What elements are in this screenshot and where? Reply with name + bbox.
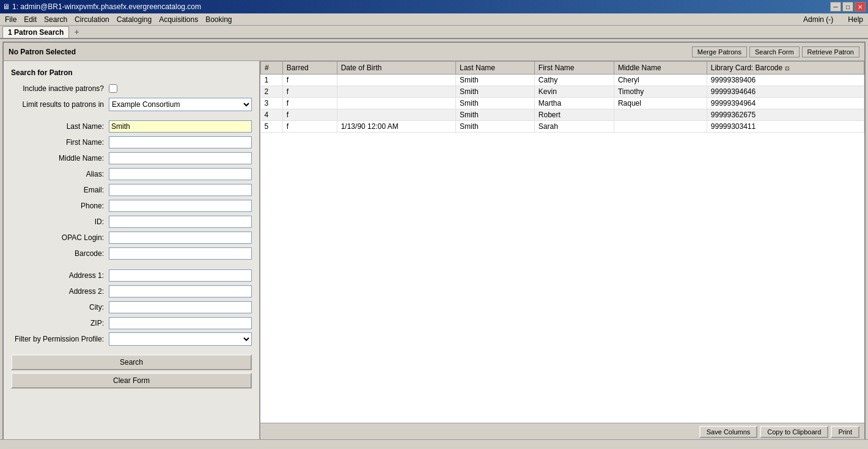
search-form-title: Search for Patron <box>11 68 252 77</box>
opac-login-input[interactable] <box>109 232 252 244</box>
middle-name-row: Middle Name: <box>11 151 252 165</box>
id-input[interactable] <box>109 216 252 228</box>
email-input[interactable] <box>109 184 252 196</box>
zip-label: ZIP: <box>11 319 109 327</box>
email-label: Email: <box>11 186 109 194</box>
menu-edit[interactable]: Edit <box>20 15 40 24</box>
phone-input[interactable] <box>109 200 252 212</box>
menu-search[interactable]: Search <box>40 15 71 24</box>
menu-booking[interactable]: Booking <box>202 15 235 24</box>
cell-first_name: Cathy <box>534 75 614 86</box>
results-footer: Save Columns Copy to Clipboard Print <box>260 423 864 440</box>
tab-add-button[interactable]: + <box>70 26 83 38</box>
status-bar <box>0 439 868 444</box>
print-button[interactable]: Print <box>831 426 859 438</box>
include-inactive-checkbox[interactable] <box>109 84 117 93</box>
address1-input[interactable] <box>109 269 252 282</box>
retrieve-patron-button[interactable]: Retrieve Patron <box>802 46 859 57</box>
col-barred[interactable]: Barred <box>282 62 337 75</box>
phone-row: Phone: <box>11 199 252 213</box>
results-table: # Barred Date of Birth Last Name First N… <box>260 61 864 133</box>
clear-form-button[interactable]: Clear Form <box>11 373 252 389</box>
filter-permission-select[interactable] <box>109 332 252 346</box>
last-name-input[interactable] <box>109 120 252 133</box>
zip-row: ZIP: <box>11 316 252 330</box>
cell-barcode: 99999394964 <box>707 98 864 109</box>
cell-dob <box>337 109 455 121</box>
maximize-button[interactable]: □ <box>842 2 853 12</box>
menu-cataloging[interactable]: Cataloging <box>113 15 155 24</box>
minimize-button[interactable]: ─ <box>830 2 841 12</box>
window-actions: Merge Patrons Search Form Retrieve Patro… <box>692 46 859 57</box>
id-label: ID: <box>11 217 109 226</box>
middle-name-label: Middle Name: <box>11 154 109 162</box>
merge-patrons-button[interactable]: Merge Patrons <box>692 46 747 57</box>
copy-to-clipboard-button[interactable]: Copy to Clipboard <box>760 426 828 438</box>
cell-first_name: Martha <box>534 98 614 109</box>
cell-first_name: Robert <box>534 109 614 121</box>
col-last-name[interactable]: Last Name <box>455 62 534 75</box>
cell-barcode: 99999394646 <box>707 86 864 98</box>
title-bar-controls: ─ □ ✕ <box>830 2 866 12</box>
menu-file[interactable]: File <box>1 15 20 24</box>
col-barcode[interactable]: Library Card: Barcode ⊡ <box>707 62 864 75</box>
include-inactive-label: Include inactive patrons? <box>11 84 109 93</box>
alias-label: Alias: <box>11 170 109 178</box>
col-first-name[interactable]: First Name <box>534 62 614 75</box>
alias-input[interactable] <box>109 168 252 180</box>
cell-num: 1 <box>261 75 283 86</box>
table-row[interactable]: 2fSmithKevinTimothy99999394646 <box>261 86 864 98</box>
table-row[interactable]: 1fSmithCathyCheryl99999389406 <box>261 75 864 86</box>
filter-permission-row: Filter by Permission Profile: <box>11 332 252 346</box>
middle-name-input[interactable] <box>109 152 252 164</box>
cell-dob <box>337 98 455 109</box>
table-row[interactable]: 3fSmithMarthaRaquel99999394964 <box>261 98 864 109</box>
col-middle-name[interactable]: Middle Name <box>614 62 707 75</box>
include-inactive-row: Include inactive patrons? <box>11 82 252 95</box>
limit-results-select[interactable]: Example Consortium <box>109 98 252 111</box>
search-form-button[interactable]: Search Form <box>749 46 800 57</box>
tab-patron-search[interactable]: 1 Patron Search <box>2 26 69 38</box>
cell-barcode: 99999362675 <box>707 109 864 121</box>
alias-row: Alias: <box>11 167 252 181</box>
title-bar-title: 🖥 1: admin@BR1-winxpvmfx.phasefx.evergre… <box>2 2 201 11</box>
tab-bar: 1 Patron Search + <box>0 26 868 39</box>
zip-input[interactable] <box>109 317 252 329</box>
main-window: No Patron Selected Merge Patrons Search … <box>2 42 866 442</box>
cell-first_name: Kevin <box>534 86 614 98</box>
search-button[interactable]: Search <box>11 354 252 370</box>
filter-permission-label: Filter by Permission Profile: <box>11 335 109 343</box>
results-tbody: 1fSmithCathyCheryl999993894062fSmithKevi… <box>261 75 864 133</box>
table-row[interactable]: 4fSmithRobert99999362675 <box>261 109 864 121</box>
last-name-label: Last Name: <box>11 122 109 131</box>
address2-input[interactable] <box>109 285 252 298</box>
col-dob[interactable]: Date of Birth <box>337 62 455 75</box>
menu-help[interactable]: Help <box>844 15 867 24</box>
cell-last_name: Smith <box>455 86 534 98</box>
menu-circulation[interactable]: Circulation <box>71 15 113 24</box>
city-row: City: <box>11 301 252 314</box>
menu-acquisitions[interactable]: Acquisitions <box>155 15 202 24</box>
limit-results-label: Limit results to patrons in <box>11 100 109 109</box>
phone-label: Phone: <box>11 202 109 210</box>
cell-barcode: 99999303411 <box>707 121 864 133</box>
city-input[interactable] <box>109 301 252 313</box>
save-columns-button[interactable]: Save Columns <box>699 426 758 438</box>
address1-row: Address 1: <box>11 269 252 282</box>
id-row: ID: <box>11 215 252 228</box>
first-name-input[interactable] <box>109 136 252 148</box>
barcode-input[interactable] <box>109 247 252 260</box>
table-row[interactable]: 5f1/13/90 12:00 AMSmithSarah99999303411 <box>261 121 864 133</box>
menu-bar: File Edit Search Circulation Cataloging … <box>0 13 868 26</box>
city-label: City: <box>11 303 109 312</box>
cell-last_name: Smith <box>455 121 534 133</box>
results-table-container: # Barred Date of Birth Last Name First N… <box>260 61 864 423</box>
cell-middle_name <box>614 109 707 121</box>
cell-barred: f <box>282 109 337 121</box>
close-window-button[interactable]: ✕ <box>855 2 866 12</box>
menu-admin[interactable]: Admin (-) <box>800 15 837 24</box>
title-bar: 🖥 1: admin@BR1-winxpvmfx.phasefx.evergre… <box>0 0 868 13</box>
address2-row: Address 2: <box>11 285 252 298</box>
cell-last_name: Smith <box>455 109 534 121</box>
col-num[interactable]: # <box>261 62 283 75</box>
